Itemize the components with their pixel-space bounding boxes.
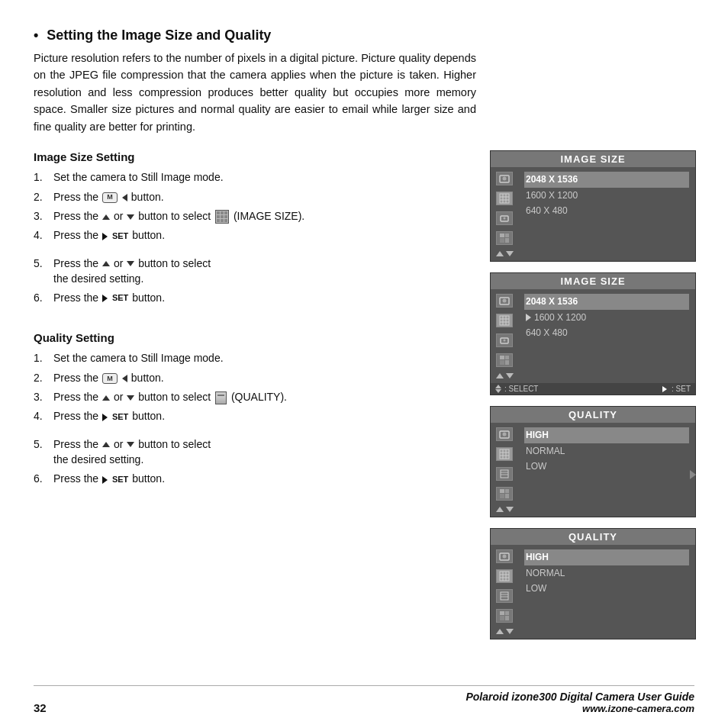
left-column: Image Size Setting Set the camera to Sti…	[34, 150, 476, 643]
cam-icon-still	[496, 172, 513, 185]
down-arrow-icon4	[127, 442, 134, 447]
svg-point-27	[503, 433, 507, 436]
set-label3: SET	[112, 412, 128, 421]
cam-icon-grid4	[496, 569, 513, 583]
svg-rect-33	[501, 470, 508, 478]
image-size-step-list: Set the camera to Still Image mode. Pres…	[34, 169, 476, 243]
row-high2: HIGH	[524, 549, 689, 565]
q-step-2-text: Press the M button.	[53, 370, 476, 385]
cam-icon-qual2	[496, 589, 513, 603]
cam-tri-down2	[506, 373, 514, 378]
down-arrow-icon	[127, 214, 134, 220]
step-5: Press the or button to select the desire…	[34, 256, 476, 287]
footer-arrows	[495, 385, 501, 393]
brand-name: Polaroid izone300 Digital Camera User Gu…	[465, 691, 694, 703]
svg-rect-23	[505, 356, 509, 359]
image-size-panel-2-header: IMAGE SIZE	[491, 273, 695, 289]
cam-icon-qual	[496, 467, 513, 481]
svg-point-1	[503, 177, 507, 181]
cam-tri-up2	[496, 373, 504, 378]
svg-rect-37	[505, 489, 509, 493]
right-arrow-icon	[102, 233, 108, 240]
q-step-5-text: Press the or button to select the desire…	[53, 436, 476, 468]
down-arrow-icon3	[127, 395, 134, 401]
image-size-icon	[215, 210, 229, 224]
cam-icon-multi	[496, 231, 513, 245]
m-button-icon: M	[102, 192, 118, 203]
cam-tri-up	[496, 251, 504, 256]
svg-rect-50	[500, 611, 504, 615]
row-1600b: 1600 X 1200	[524, 310, 689, 325]
row-640: 640 X 480	[524, 203, 689, 218]
cam-icon-grid2	[496, 314, 513, 327]
cam-icon-small	[496, 211, 513, 225]
step-4: Press the SET button.	[34, 227, 476, 243]
cam-tri-down4	[506, 629, 514, 634]
svg-rect-19	[500, 316, 509, 325]
svg-point-8	[504, 217, 506, 220]
quality-icon	[215, 391, 227, 404]
step-1: Set the camera to Still Image mode.	[34, 169, 476, 185]
svg-rect-12	[505, 238, 509, 243]
cam-icon-grid	[496, 192, 513, 205]
cam-nav-arrows2	[496, 373, 514, 378]
quality-panel-1-content-wrapper: HIGH NORMAL LOW	[518, 423, 695, 517]
quality-panel-1: QUALITY	[490, 406, 696, 517]
cam-tri-down	[506, 251, 514, 256]
image-size-steps: Set the camera to Still Image mode. Pres…	[34, 169, 476, 305]
q-step-6-text: Press the SET button.	[53, 471, 476, 486]
select-arrow	[526, 314, 531, 321]
q-step-2: Press the M button.	[34, 370, 476, 385]
cam-icon-still3	[496, 427, 513, 441]
q-step-3-text: Press the or button to select (QUALITY).	[53, 389, 476, 404]
q-step-5: Press the or button to select the desire…	[34, 436, 476, 468]
row-2048: 2048 X 1536	[524, 172, 689, 187]
row-low2: LOW	[524, 581, 689, 596]
section-divider	[34, 317, 476, 331]
right-arrow-icon2	[102, 295, 108, 302]
cam-icon-small2	[496, 333, 513, 347]
cam-icon-multi2	[496, 353, 513, 367]
step-3-text: Press the or button to select (IMAGE SIZ…	[53, 208, 476, 224]
quality-panel-1-body: HIGH NORMAL LOW	[491, 423, 695, 517]
step-6-text: Press the SET button.	[53, 290, 476, 305]
footer-select: : SELECT	[495, 385, 538, 393]
quality-panel-2-body: HIGH NORMAL LOW	[491, 545, 695, 639]
quality-panel-2-content: HIGH NORMAL LOW	[518, 545, 695, 639]
svg-rect-10	[505, 234, 509, 237]
quality-panel-2-header: QUALITY	[491, 529, 695, 545]
down-arrow-icon2	[127, 261, 134, 266]
content-area: Image Size Setting Set the camera to Sti…	[34, 150, 694, 643]
cam-sidebar-4	[491, 545, 518, 639]
image-size-panel-2-body: 2048 X 1536 1600 X 1200 640 X 480	[491, 289, 695, 383]
image-size-panel-2-footer: : SELECT : SET	[491, 383, 695, 395]
cam-sidebar-1	[491, 167, 518, 261]
page-number: 32	[34, 701, 47, 714]
intro-text: Picture resolution refers to the number …	[34, 50, 476, 135]
image-size-panel-1: IMAGE SIZE	[490, 150, 696, 262]
footer-bar: 32 Polaroid izone300 Digital Camera User…	[34, 685, 694, 714]
svg-rect-32	[500, 449, 509, 459]
m-button-icon2: M	[102, 373, 118, 384]
quality-panel-2: QUALITY	[490, 528, 696, 639]
quality-steps: Set the camera to Still Image mode. Pres…	[34, 350, 476, 486]
svg-point-14	[503, 299, 507, 303]
row-2048b: 2048 X 1536	[524, 294, 689, 309]
cam-nav-arrows	[496, 251, 514, 256]
right-column: IMAGE SIZE	[476, 150, 713, 643]
svg-rect-53	[505, 616, 509, 620]
image-size-section-title: Image Size Setting	[34, 150, 476, 163]
set-label2: SET	[112, 293, 128, 302]
left-arrow-icon2	[122, 375, 127, 382]
quality-section-title: Quality Setting	[34, 331, 476, 344]
cam-sidebar-3	[491, 423, 518, 517]
set-label4: SET	[112, 475, 128, 484]
row-high: HIGH	[524, 427, 689, 443]
q-step-1: Set the camera to Still Image mode.	[34, 350, 476, 366]
step-2: Press the M button.	[34, 189, 476, 205]
image-size-panel-1-body: 2048 X 1536 1600 X 1200 640 X 480	[491, 167, 695, 261]
cam-tri-down3	[506, 507, 514, 512]
svg-rect-46	[500, 572, 509, 581]
footer-set: : SET	[662, 385, 691, 393]
quality-steps-cont: Press the or button to select the desire…	[34, 436, 476, 487]
